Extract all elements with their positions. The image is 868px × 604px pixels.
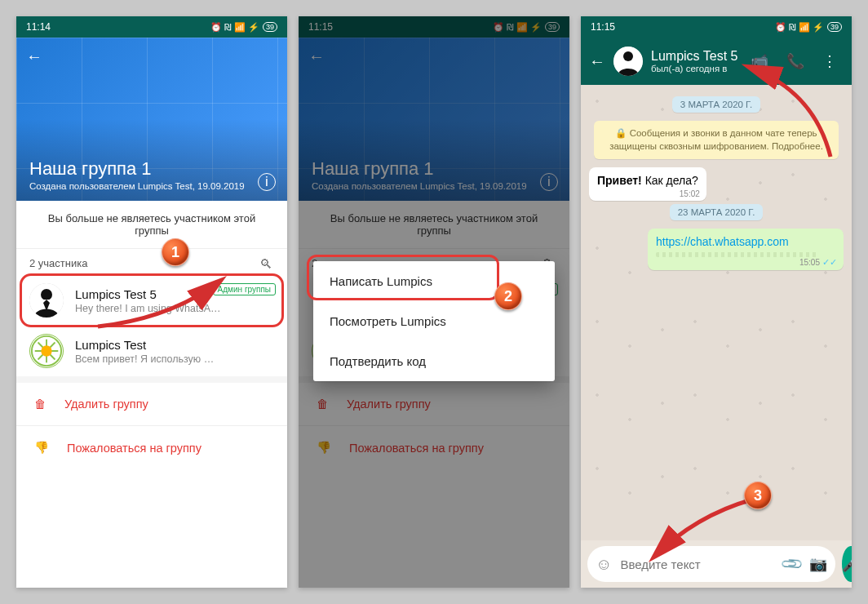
message-out[interactable]: https://chat.whatsapp.com 15:05✓✓ <box>648 229 844 270</box>
status-bar: 11:14 ⏰ ₪ 📶 ⚡ 39 <box>16 16 287 38</box>
annotation-arrow-header <box>733 59 847 165</box>
chat-title-block[interactable]: Lumpics Test 5 был(-а) сегодня в <box>651 49 737 73</box>
participant-status: Всем привет! Я использую WhatsApp. <box>75 353 222 365</box>
read-ticks: ✓✓ <box>822 257 837 267</box>
back-arrow-icon[interactable]: ← <box>26 47 42 66</box>
avatar <box>29 283 64 318</box>
phone-3-chat: 11:15 ⏰ ₪ 📶 ⚡ 39 ← Lumpics Test 5 был(-а… <box>581 16 852 588</box>
redacted-text <box>656 252 819 257</box>
message-time: 15:05✓✓ <box>799 257 837 268</box>
chat-avatar[interactable] <box>613 47 643 76</box>
status-time: 11:14 <box>26 21 51 33</box>
svg-point-1 <box>41 289 52 300</box>
status-icons: ⏰ ₪ 📶 ⚡ 39 <box>775 22 842 33</box>
report-group-button[interactable]: 👎 Пожаловаться на группу <box>16 425 287 469</box>
delete-group-label: Удалить группу <box>64 397 148 411</box>
date-chip: 23 МАРТА 2020 Г. <box>670 204 764 220</box>
info-icon[interactable]: i <box>258 173 276 191</box>
chat-title: Lumpics Test 5 <box>651 49 737 64</box>
not-member-notice: Вы больше не являетесь участником этой г… <box>16 201 287 249</box>
phone-1-group-info: 11:14 ⏰ ₪ 📶 ⚡ 39 ← i Наша группа 1 Созда… <box>16 16 287 588</box>
annotation-badge-3: 3 <box>744 482 772 509</box>
trash-icon: 🗑 <box>34 397 46 411</box>
svg-point-13 <box>623 51 633 61</box>
group-header: ← i Наша группа 1 Создана пользователем … <box>16 38 287 201</box>
camera-icon[interactable]: 📷 <box>809 555 827 573</box>
group-created-by: Создана пользователем Lumpics Test, 19.0… <box>29 181 274 191</box>
message-in[interactable]: Привет! Как дела? 15:02 <box>589 167 706 201</box>
status-icons: ⏰ ₪ 📶 ⚡ 39 <box>210 22 277 33</box>
delete-group-button[interactable]: 🗑 Удалить группу <box>16 376 287 425</box>
phone-2-context-menu: 11:15 ⏰ ₪ 📶 ⚡ 39 ← i Наша группа 1 Созда… <box>299 16 569 588</box>
menu-verify[interactable]: Подтвердить код <box>313 341 555 381</box>
emoji-icon[interactable]: ☺ <box>596 555 612 574</box>
message-link[interactable]: https://chat.whatsapp.com <box>656 235 789 248</box>
status-bar: 11:15 ⏰ ₪ 📶 ⚡ 39 <box>581 16 852 38</box>
three-phone-layout: 11:14 ⏰ ₪ 📶 ⚡ 39 ← i Наша группа 1 Созда… <box>8 8 860 596</box>
chat-subtitle: был(-а) сегодня в <box>651 64 737 73</box>
message-time: 15:02 <box>680 189 700 198</box>
annotation-arrow-1 <box>90 269 237 335</box>
avatar <box>29 334 64 368</box>
svg-point-8 <box>41 345 51 356</box>
callout-2 <box>307 255 499 300</box>
menu-view[interactable]: Посмотреть Lumpics <box>313 301 555 341</box>
thumbs-down-icon: 👎 <box>34 441 49 455</box>
back-arrow-icon[interactable]: ← <box>589 52 605 71</box>
annotation-badge-1: 1 <box>162 238 189 266</box>
attach-icon[interactable]: 📎 <box>780 551 805 576</box>
mic-button[interactable]: 🎤 <box>842 546 852 582</box>
annotation-badge-2: 2 <box>494 282 522 310</box>
group-title: Наша группа 1 <box>29 158 274 180</box>
report-group-label: Пожаловаться на группу <box>67 442 202 455</box>
participant-name: Lumpics Test <box>75 338 222 352</box>
participant-text: Lumpics Test Всем привет! Я использую Wh… <box>75 338 222 365</box>
participants-count: 2 участника <box>29 257 87 272</box>
status-time: 11:15 <box>591 21 615 33</box>
search-icon[interactable]: 🔍︎ <box>259 257 272 272</box>
